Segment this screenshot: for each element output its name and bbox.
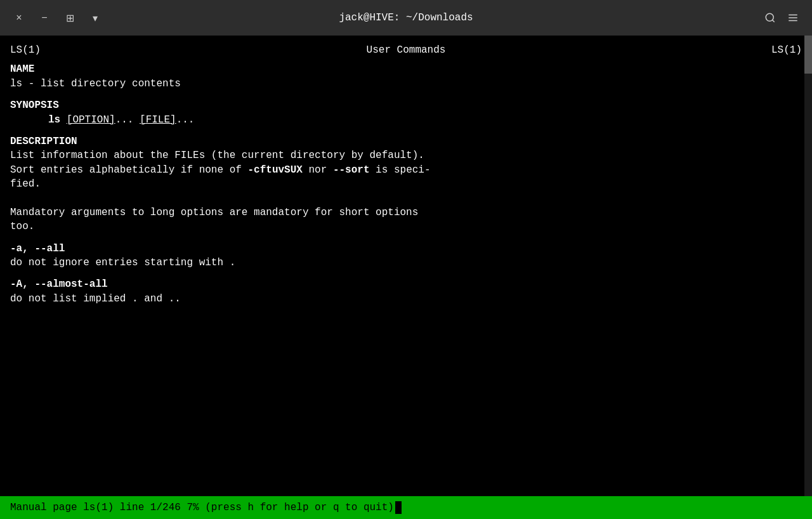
- desc-line4: Mandatory arguments to long options are …: [10, 206, 802, 220]
- desc-bold-sort: --sort: [333, 164, 370, 176]
- status-bar: Manual page ls(1) line 1/246 7% (press h…: [0, 496, 812, 519]
- titlebar-actions: [761, 9, 802, 27]
- option-a: -a, --all do not ignore entries starting…: [10, 242, 802, 270]
- synopsis-ls: [10, 114, 48, 126]
- option-A-header: -A, --almost-all: [10, 277, 802, 291]
- status-cursor: [395, 501, 402, 514]
- minimize-button[interactable]: −: [36, 9, 53, 27]
- titlebar: × − ⊞ ▾ jack@HIVE: ~/Downloads: [0, 0, 812, 36]
- svg-line-1: [772, 20, 774, 22]
- man-header-center: User Commands: [367, 43, 446, 57]
- section-synopsis: SYNOPSIS ls [OPTION]... [FILE]...: [10, 98, 802, 127]
- man-page-header: LS(1) User Commands LS(1): [10, 43, 802, 57]
- synopsis-line: ls [OPTION]... [FILE]...: [10, 113, 802, 127]
- synopsis-ellipsis1: ...: [115, 114, 140, 126]
- option-a-header: -a, --all: [10, 242, 802, 256]
- section-name-content: ls - list directory contents: [10, 77, 802, 91]
- maximize-button[interactable]: ⊞: [61, 9, 79, 27]
- section-name-title: NAME: [10, 62, 802, 76]
- desc-line2: Sort entries alphabetically if none of -…: [10, 163, 802, 177]
- svg-point-0: [766, 13, 773, 21]
- scrollbar[interactable]: [804, 36, 812, 496]
- close-button[interactable]: ×: [10, 9, 28, 27]
- synopsis-option: [OPTION]: [67, 114, 115, 126]
- man-header-left: LS(1): [10, 43, 41, 57]
- terminal-body[interactable]: LS(1) User Commands LS(1) NAME ls - list…: [0, 36, 812, 496]
- search-button[interactable]: [761, 9, 779, 27]
- synopsis-ls-cmd: ls: [48, 114, 60, 126]
- desc-bold-cftuvSUX: -cftuvSUX: [247, 164, 302, 176]
- synopsis-ellipsis2: ...: [176, 114, 195, 126]
- titlebar-controls: × − ⊞ ▾: [10, 9, 104, 27]
- menu-button[interactable]: [784, 9, 802, 27]
- option-A-flags: -A, --almost-all: [10, 279, 108, 290]
- option-a-flags: -a, --all: [10, 243, 65, 254]
- desc-line3: fied.: [10, 177, 802, 191]
- section-description: DESCRIPTION List information about the F…: [10, 135, 802, 234]
- desc-line1: List information about the FILEs (the cu…: [10, 148, 802, 162]
- option-a-desc: do not ignore entries starting with .: [10, 256, 802, 270]
- terminal-window: × − ⊞ ▾ jack@HIVE: ~/Downloads: [0, 0, 812, 519]
- option-A: -A, --almost-all do not list implied . a…: [10, 277, 802, 306]
- section-synopsis-title: SYNOPSIS: [10, 98, 802, 112]
- dropdown-button[interactable]: ▾: [86, 9, 104, 27]
- scrollbar-thumb[interactable]: [804, 36, 812, 74]
- status-text: Manual page ls(1) line 1/246 7% (press h…: [10, 502, 394, 513]
- section-description-title: DESCRIPTION: [10, 135, 802, 148]
- man-header-right: LS(1): [771, 43, 802, 57]
- synopsis-file: [FILE]: [140, 114, 176, 126]
- section-name: NAME ls - list directory contents: [10, 62, 802, 91]
- option-A-desc: do not list implied . and ..: [10, 292, 802, 306]
- synopsis-space1: [60, 114, 67, 126]
- desc-line5: too.: [10, 220, 802, 233]
- window-title: jack@HIVE: ~/Downloads: [339, 12, 473, 23]
